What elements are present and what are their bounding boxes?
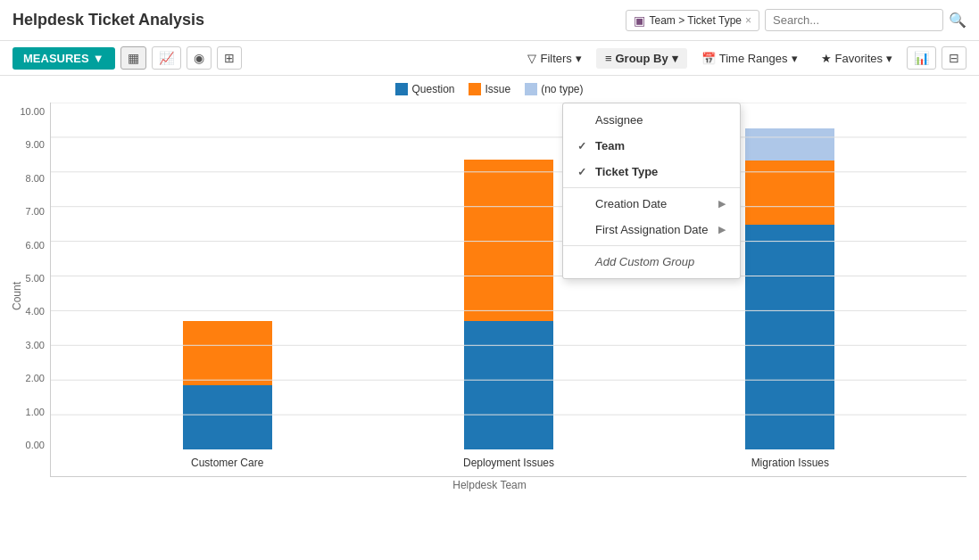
- check-assignee-icon: [577, 114, 590, 127]
- header: Helpdesk Ticket Analysis ▣ Team > Ticket…: [0, 0, 979, 41]
- dropdown-item-add-custom[interactable]: Add Custom Group: [563, 249, 740, 275]
- filter-bar: ▣ Team > Ticket Type × 🔍: [626, 9, 967, 31]
- timeranges-arrow-icon: ▾: [792, 52, 798, 65]
- active-filter-tag[interactable]: ▣ Team > Ticket Type ×: [626, 10, 759, 31]
- star-icon: ★: [821, 52, 832, 65]
- legend-issue-label: Issue: [485, 83, 510, 95]
- dropdown-add-custom-label: Add Custom Group: [595, 255, 694, 268]
- legend-question-label: Question: [411, 83, 454, 95]
- x-axis-group-label: Helpdesk Team: [12, 479, 967, 491]
- dropdown-item-ticket-type[interactable]: ✓ Ticket Type: [563, 159, 740, 185]
- dropdown-team-label: Team: [595, 139, 625, 152]
- y-tick-1: 1.00: [12, 407, 50, 417]
- table-icon-button[interactable]: ⊞: [217, 46, 242, 70]
- filters-button[interactable]: ▽ Filters ▾: [519, 48, 590, 69]
- timeranges-label: Time Ranges: [719, 52, 788, 65]
- list-view-button[interactable]: ⊟: [942, 46, 967, 70]
- check-creation-date-icon: [577, 198, 590, 210]
- favorites-button[interactable]: ★ Favorites ▾: [812, 48, 901, 69]
- groupby-arrow-icon: ▾: [672, 52, 678, 65]
- check-first-assignation-icon: [577, 224, 590, 236]
- groupby-label: Group By: [615, 52, 668, 65]
- notype-color-dot: [525, 83, 537, 95]
- arrow-creation-date-icon: ▶: [718, 198, 726, 210]
- y-tick-7: 7.00: [12, 206, 50, 217]
- issue-color-dot: [469, 83, 481, 95]
- dropdown-first-assignation-label: First Assignation Date: [595, 223, 708, 236]
- filter-icon: ▣: [634, 13, 645, 28]
- favorites-label: Favorites: [835, 52, 883, 65]
- line-chart-icon-button[interactable]: 📈: [152, 46, 181, 70]
- y-tick-3: 3.00: [12, 340, 50, 350]
- active-filter-label: Team > Ticket Type: [649, 14, 742, 27]
- y-tick-2: 2.00: [12, 373, 50, 383]
- favorites-arrow-icon: ▾: [886, 52, 892, 65]
- grid-lines: [51, 103, 967, 449]
- measures-label: MEASURES: [23, 52, 89, 65]
- chart-view-button[interactable]: 📊: [907, 46, 936, 70]
- groupby-button[interactable]: ≡ Group By ▾: [596, 48, 687, 69]
- y-tick-6: 6.00: [12, 240, 50, 251]
- y-tick-8: 8.00: [12, 173, 50, 184]
- question-color-dot: [395, 83, 408, 95]
- chart-legend: Question Issue (no type): [12, 83, 967, 95]
- page-title: Helpdesk Ticket Analysis: [12, 11, 626, 29]
- dropdown-item-creation-date[interactable]: Creation Date ▶: [563, 191, 740, 217]
- legend-notype-label: (no type): [541, 83, 583, 95]
- x-label-deployment-issues: Deployment Issues: [368, 457, 649, 469]
- y-tick-10: 10.00: [12, 106, 50, 117]
- dropdown-divider-2: [563, 245, 740, 246]
- dropdown-item-assignee[interactable]: Assignee: [563, 107, 740, 133]
- dropdown-creation-date-label: Creation Date: [595, 197, 667, 210]
- legend-item-question: Question: [395, 83, 454, 95]
- filters-label: Filters: [540, 52, 571, 65]
- x-label-customer-care: Customer Care: [87, 457, 368, 469]
- legend-item-notype: (no type): [525, 83, 583, 95]
- dropdown-item-first-assignation[interactable]: First Assignation Date ▶: [563, 217, 740, 243]
- bar-chart-icon-button[interactable]: ▦: [120, 46, 146, 70]
- check-ticket-type-icon: ✓: [577, 166, 590, 178]
- measures-arrow-icon: ▼: [93, 52, 104, 65]
- legend-item-issue: Issue: [469, 83, 510, 95]
- check-team-icon: ✓: [577, 140, 590, 152]
- main-toolbar: MEASURES ▼ ▦ 📈 ◉ ⊞ ▽ Filters ▾ ≡ Group B…: [0, 41, 979, 76]
- y-tick-9: 9.00: [12, 139, 50, 150]
- groupby-icon: ≡: [605, 52, 612, 65]
- dropdown-ticket-type-label: Ticket Type: [595, 165, 658, 178]
- check-add-custom-icon: [577, 256, 590, 268]
- dropdown-assignee-label: Assignee: [595, 113, 643, 127]
- pie-chart-icon-button[interactable]: ◉: [187, 46, 212, 70]
- y-tick-0: 0.00: [12, 440, 50, 450]
- x-label-migration-issues: Migration Issues: [650, 457, 931, 469]
- y-axis-label: Count: [11, 281, 23, 309]
- calendar-icon: 📅: [701, 52, 716, 65]
- timeranges-button[interactable]: 📅 Time Ranges ▾: [693, 48, 807, 69]
- search-button[interactable]: 🔍: [949, 12, 967, 29]
- x-axis-labels: Customer Care Deployment Issues Migratio…: [51, 449, 967, 476]
- dropdown-divider-1: [563, 187, 740, 188]
- search-input[interactable]: [765, 9, 943, 31]
- remove-filter-button[interactable]: ×: [745, 14, 751, 27]
- filter-funnel-icon: ▽: [527, 52, 536, 65]
- groupby-dropdown: Assignee ✓ Team ✓ Ticket Type Creation D…: [562, 103, 741, 279]
- measures-button[interactable]: MEASURES ▼: [12, 47, 115, 70]
- dropdown-item-team[interactable]: ✓ Team: [563, 133, 740, 159]
- arrow-first-assignation-icon: ▶: [718, 224, 726, 235]
- filters-arrow-icon: ▾: [576, 52, 582, 65]
